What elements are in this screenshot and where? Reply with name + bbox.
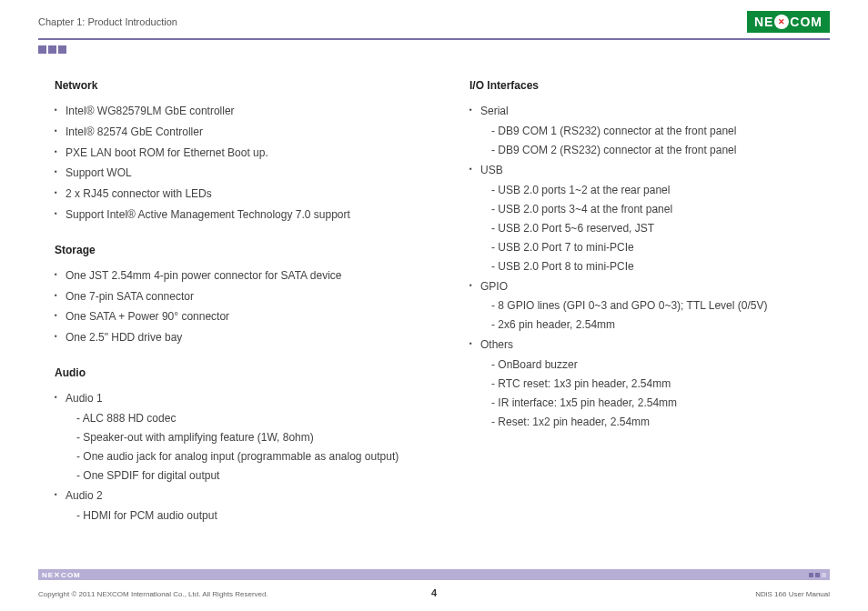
audio-heading: Audio: [55, 366, 415, 379]
footer-logo-small: NE✕COM: [42, 571, 81, 579]
list-item: 2 x RJ45 connector with LEDs: [55, 184, 415, 205]
usb-label: USB: [480, 164, 503, 176]
io-heading: I/O Interfaces: [469, 79, 830, 92]
gpio-label: GPIO: [480, 280, 508, 293]
sub-item: - IR interface: 1x5 pin header, 2.54mm: [491, 394, 830, 413]
gpio-sublist: - 8 GPIO lines (GPI 0~3 and GPO 0~3); TT…: [491, 296, 830, 335]
others-sublist: - OnBoard buzzer - RTC reset: 1x3 pin he…: [491, 356, 830, 432]
others-label: Others: [480, 338, 513, 351]
sub-item: - One audio jack for analog input (progr…: [76, 447, 415, 466]
storage-heading: Storage: [55, 244, 415, 256]
content-area: Network Intel® WG82579LM GbE controller …: [0, 54, 868, 544]
decorative-squares: [38, 45, 868, 54]
list-item: PXE LAN boot ROM for Ethernet Boot up.: [55, 143, 415, 164]
page-header: Chapter 1: Product Introduction NE COM: [0, 0, 868, 38]
list-item: One 7-pin SATA connector: [55, 286, 415, 307]
logo-text-pre: NE: [754, 15, 773, 29]
list-item: Serial - DB9 COM 1 (RS232) connector at …: [469, 101, 830, 160]
sub-item: - RTC reset: 1x3 pin header, 2.54mm: [491, 375, 830, 394]
header-rule: [38, 38, 830, 40]
copyright-text: Copyright © 2011 NEXCOM International Co…: [38, 590, 268, 598]
list-item: One 2.5" HDD drive bay: [55, 327, 415, 348]
list-item: GPIO - 8 GPIO lines (GPI 0~3 and GPO 0~3…: [469, 276, 830, 336]
sub-item: - 8 GPIO lines (GPI 0~3 and GPO 0~3); TT…: [491, 296, 830, 316]
sub-item: - Speaker-out with amplifying feature (1…: [76, 428, 415, 447]
sub-item: - USB 2.0 Port 5~6 reserved, JST: [491, 219, 830, 238]
list-item: Audio 2 - HDMI for PCM audio output: [55, 486, 415, 526]
square-icon: [58, 45, 66, 54]
page-number: 4: [431, 587, 437, 598]
right-column: I/O Interfaces Serial - DB9 COM 1 (RS232…: [469, 79, 830, 544]
logo-box: NE COM: [747, 11, 830, 33]
audio1-sublist: - ALC 888 HD codec - Speaker-out with am…: [76, 409, 415, 486]
left-column: Network Intel® WG82579LM GbE controller …: [55, 79, 415, 544]
serial-label: Serial: [480, 105, 509, 117]
audio1-label: Audio 1: [66, 392, 103, 405]
sub-item: - USB 2.0 ports 1~2 at the rear panel: [491, 181, 830, 200]
sub-item: - One SPDIF for digital output: [76, 466, 415, 486]
storage-list: One JST 2.54mm 4-pin power connector for…: [55, 265, 415, 348]
nexcom-logo: NE COM: [747, 11, 830, 33]
sub-item: - USB 2.0 ports 3~4 at the front panel: [491, 200, 830, 219]
usb-sublist: - USB 2.0 ports 1~2 at the rear panel - …: [491, 181, 830, 276]
manual-name: NDiS 166 User Manual: [755, 590, 830, 598]
sub-item: - DB9 COM 2 (RS232) connector at the fro…: [491, 141, 830, 160]
logo-text-post: COM: [790, 15, 823, 29]
footer-bar: NE✕COM: [38, 569, 830, 580]
list-item: Intel® 82574 GbE Controller: [55, 122, 415, 143]
sub-item: - OnBoard buzzer: [491, 356, 830, 375]
list-item: Support Intel® Active Management Technol…: [55, 205, 415, 225]
audio2-label: Audio 2: [66, 489, 103, 502]
sub-item: - DB9 COM 1 (RS232) connector at the fro…: [491, 122, 830, 141]
square-icon: [48, 45, 56, 54]
square-icon: [38, 45, 46, 54]
list-item: Audio 1 - ALC 888 HD codec - Speaker-out…: [55, 388, 415, 486]
sub-item: - HDMI for PCM audio output: [76, 506, 415, 526]
io-list: Serial - DB9 COM 1 (RS232) connector at …: [469, 101, 830, 432]
list-item: One SATA + Power 90° connector: [55, 306, 415, 327]
footer-dots-icon: [809, 573, 826, 577]
audio2-sublist: - HDMI for PCM audio output: [76, 506, 415, 526]
list-item: Others - OnBoard buzzer - RTC reset: 1x3…: [469, 335, 830, 432]
logo-x-icon: [774, 15, 789, 29]
network-heading: Network: [55, 79, 415, 92]
sub-item: - USB 2.0 Port 8 to mini-PCIe: [491, 257, 830, 276]
chapter-title: Chapter 1: Product Introduction: [38, 16, 177, 27]
list-item: One JST 2.54mm 4-pin power connector for…: [55, 265, 415, 286]
network-list: Intel® WG82579LM GbE controller Intel® 8…: [55, 101, 415, 225]
list-item: USB - USB 2.0 ports 1~2 at the rear pane…: [469, 160, 830, 276]
serial-sublist: - DB9 COM 1 (RS232) connector at the fro…: [491, 122, 830, 160]
audio-list: Audio 1 - ALC 888 HD codec - Speaker-out…: [55, 388, 415, 526]
sub-item: - 2x6 pin header, 2.54mm: [491, 316, 830, 335]
sub-item: - USB 2.0 Port 7 to mini-PCIe: [491, 238, 830, 257]
sub-item: - Reset: 1x2 pin header, 2.54mm: [491, 413, 830, 432]
sub-item: - ALC 888 HD codec: [76, 409, 415, 428]
list-item: Intel® WG82579LM GbE controller: [55, 101, 415, 122]
list-item: Support WOL: [55, 163, 415, 184]
